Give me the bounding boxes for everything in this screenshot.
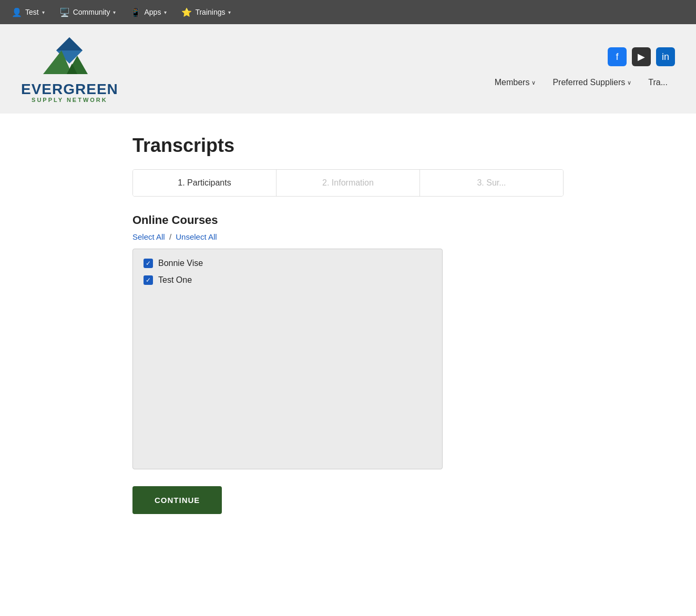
logo-svg [38, 35, 101, 82]
logo-text-top: EVERGREEN [21, 82, 118, 97]
link-separator: / [169, 232, 171, 241]
step-information[interactable]: 2. Information [277, 170, 420, 196]
linkedin-label: in [662, 52, 669, 63]
step-participants-label: 1. Participants [178, 178, 231, 187]
nav-label-trainings: Trainings [195, 8, 225, 16]
nav-item-community[interactable]: 🖥️ Community ▾ [53, 4, 122, 20]
main-nav-members[interactable]: Members ∨ [487, 75, 544, 90]
nav-item-trainings[interactable]: ⭐ Trainings ▾ [175, 4, 237, 20]
online-courses-section: Online Courses Select All / Unselect All… [132, 213, 564, 469]
main-content: Transcripts 1. Participants 2. Informati… [111, 135, 585, 514]
caret-trainings: ▾ [228, 9, 231, 15]
apps-icon: 📱 [130, 7, 141, 17]
top-nav: 👤 Test ▾ 🖥️ Community ▾ 📱 Apps ▾ ⭐ Train… [0, 0, 696, 24]
page-title: Transcripts [132, 135, 564, 157]
site-header: EVERGREEN SUPPLY NETWORK f ▶ in Members … [0, 24, 696, 114]
step-summary[interactable]: 3. Sur... [420, 170, 563, 196]
participant-name-bonnie-vise: Bonnie Vise [158, 259, 203, 268]
main-nav-tra[interactable]: Tra... [641, 75, 675, 90]
social-icons: f ▶ in [608, 47, 675, 66]
step-information-label: 2. Information [322, 178, 374, 187]
participants-box: ✓ Bonnie Vise ✓ Test One [132, 249, 443, 469]
participant-test-one: ✓ Test One [144, 275, 432, 285]
nav-item-test[interactable]: 👤 Test ▾ [5, 4, 51, 20]
checkbox-bonnie-vise[interactable]: ✓ [144, 259, 153, 268]
participant-name-test-one: Test One [158, 275, 192, 285]
participant-bonnie-vise: ✓ Bonnie Vise [144, 259, 432, 268]
steps-bar: 1. Participants 2. Information 3. Sur... [132, 169, 564, 197]
caret-test: ▾ [42, 9, 45, 15]
main-nav-preferred-suppliers[interactable]: Preferred Suppliers ∨ [545, 75, 639, 90]
linkedin-icon[interactable]: in [656, 47, 675, 66]
preferred-suppliers-caret: ∨ [627, 79, 631, 86]
checkbox-test-one[interactable]: ✓ [144, 275, 153, 285]
checkmark-bonnie-vise: ✓ [146, 260, 151, 266]
caret-community: ▾ [113, 9, 116, 15]
members-label: Members [495, 78, 530, 87]
nav-label-apps: Apps [144, 8, 161, 16]
facebook-icon[interactable]: f [608, 47, 627, 66]
header-right: f ▶ in Members ∨ Preferred Suppliers ∨ T… [487, 47, 675, 90]
nav-label-test: Test [25, 8, 39, 16]
checkmark-test-one: ✓ [146, 277, 151, 283]
main-nav: Members ∨ Preferred Suppliers ∨ Tra... [487, 75, 675, 90]
facebook-label: f [616, 52, 618, 63]
svg-marker-1 [56, 37, 83, 50]
nav-item-apps[interactable]: 📱 Apps ▾ [124, 4, 173, 20]
select-links: Select All / Unselect All [132, 232, 564, 241]
logo-text-bottom: SUPPLY NETWORK [32, 97, 108, 103]
community-icon: 🖥️ [59, 7, 70, 17]
caret-apps: ▾ [164, 9, 167, 15]
select-all-link[interactable]: Select All [132, 232, 165, 241]
preferred-suppliers-label: Preferred Suppliers [552, 78, 625, 87]
section-title: Online Courses [132, 213, 564, 227]
members-caret: ∨ [531, 79, 536, 86]
continue-button[interactable]: CONTINUE [132, 486, 222, 514]
youtube-label: ▶ [638, 51, 645, 63]
step-summary-label: 3. Sur... [477, 178, 506, 187]
nav-label-community: Community [73, 8, 110, 16]
tra-label: Tra... [648, 78, 668, 87]
logo: EVERGREEN SUPPLY NETWORK [21, 35, 118, 103]
logo-area: EVERGREEN SUPPLY NETWORK [21, 35, 118, 103]
youtube-icon[interactable]: ▶ [632, 47, 651, 66]
trainings-icon: ⭐ [181, 7, 192, 17]
unselect-all-link[interactable]: Unselect All [176, 232, 217, 241]
step-participants[interactable]: 1. Participants [133, 170, 277, 196]
test-icon: 👤 [12, 7, 22, 17]
